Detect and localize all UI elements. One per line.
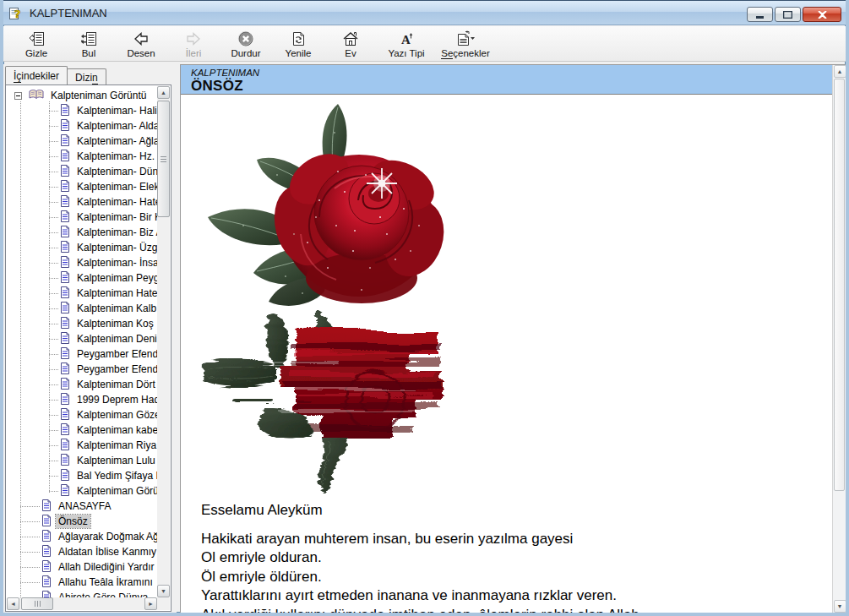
tree-item[interactable]: Kalpteniman Hate <box>7 286 157 301</box>
collapse-minus-icon[interactable] <box>14 92 22 100</box>
tree-item[interactable]: ANASAYFA <box>7 499 157 514</box>
tree-item[interactable]: Kalpteniman Deni <box>7 331 157 346</box>
page-icon <box>60 286 70 301</box>
tree-item[interactable]: Kalpteniman Görüntü <box>7 88 157 103</box>
tree-item[interactable]: Peygamber Efend <box>7 346 157 362</box>
tree-item[interactable]: Kalpteniman- Ağla <box>7 134 157 149</box>
tree-item[interactable]: Kalpteniman- İnsa <box>7 255 157 270</box>
tree-item[interactable]: Kalpteniman- Biz A <box>7 225 157 240</box>
hide-panel-button[interactable]: Gizle <box>10 26 63 61</box>
maximize-button[interactable] <box>775 7 801 22</box>
page-icon <box>60 195 70 210</box>
tree-item[interactable]: Önsöz <box>7 514 157 529</box>
tree-item[interactable]: Allahu Teâla İkramını <box>7 575 157 590</box>
refresh-icon <box>289 30 307 47</box>
tree-item[interactable]: Kalpteniman- Elek <box>7 179 157 194</box>
tree-item[interactable]: Kalpteniman kabe <box>7 422 157 438</box>
paragraph: Öl emriyle öldüren. <box>201 568 820 587</box>
locate-icon <box>79 30 98 47</box>
font-icon: A <box>397 30 416 47</box>
page-icon <box>41 515 52 529</box>
tree-item-label: Kalpteniman- Üzg <box>74 241 157 254</box>
tree-item[interactable]: Kalpteniman Riya <box>7 438 157 453</box>
tree-item-label: Kalpteniman Dört <box>74 378 157 391</box>
tree-item[interactable]: Kalpteniman Peyg <box>7 270 157 286</box>
tree-item[interactable]: Kalpteniman Dört <box>7 377 157 392</box>
minimize-button[interactable] <box>747 7 773 22</box>
page-icon <box>60 165 70 179</box>
tree-item[interactable]: Bal Yedim Şifaya K <box>7 468 157 483</box>
book-title: KALPTENIMAN <box>191 68 832 78</box>
tree-item[interactable]: Kalpteniman- Hate <box>7 194 157 210</box>
tree-item-label: Bal Yedim Şifaya K <box>74 469 157 482</box>
tree-item-label: Peygamber Efend <box>74 347 157 361</box>
tree-item[interactable]: Kalpteniman- Alda <box>7 118 157 134</box>
tree-item[interactable]: Peygamber Efend <box>7 362 157 377</box>
scroll-up-button[interactable]: ▲ <box>834 65 846 78</box>
tree-item[interactable]: Kalpteniman Görü <box>7 483 157 499</box>
tree-item-label: Kalpteniman Kalb <box>74 302 157 315</box>
scrollbar-thumb[interactable] <box>157 101 170 217</box>
tree-item[interactable]: Kalpteniman Kalb <box>7 301 157 316</box>
scrollbar-thumb[interactable] <box>834 79 845 491</box>
scroll-down-button[interactable]: ▼ <box>157 585 170 597</box>
tree-vertical-scrollbar[interactable]: ▲ ▼ <box>157 86 170 597</box>
scrollbar-thumb[interactable] <box>21 597 53 610</box>
page-icon <box>60 226 70 240</box>
tree-item-label: Kalpteniman- Bir K <box>74 210 157 224</box>
home-button[interactable]: Ev <box>324 26 377 61</box>
tree-item[interactable]: Ağlayarak Doğmak Ağ <box>7 529 157 544</box>
locate-label: Bul <box>82 48 96 58</box>
page-icon <box>60 332 70 346</box>
page-icon <box>60 210 70 225</box>
page-icon <box>60 393 70 407</box>
page-icon <box>41 560 52 575</box>
scroll-right-button[interactable]: ► <box>144 597 157 610</box>
tree-item-label: Peygamber Efend <box>74 363 157 376</box>
tab-index[interactable]: Dizin <box>67 68 106 84</box>
tree-item[interactable]: Kalpteniman Lulu <box>7 453 157 468</box>
page-icon <box>41 530 52 544</box>
tree-item-label: Kalpteniman- Hali <box>74 104 157 117</box>
scroll-left-button[interactable]: ◄ <box>7 597 19 610</box>
tree-item[interactable]: Kalpteniman Koş <box>7 316 157 331</box>
locate-button[interactable]: Bul <box>63 26 115 61</box>
navigation-tabs: İçindekiler Dizin <box>5 66 106 84</box>
tree-item[interactable]: Kalpteniman- Üzg <box>7 240 157 255</box>
title-bar[interactable]: ? KALPTENIMAN <box>0 0 849 25</box>
scroll-down-button[interactable]: ▼ <box>834 600 846 613</box>
tree-item[interactable]: Kalpteniman- Hz. <box>7 149 157 164</box>
page-icon <box>60 469 70 483</box>
paragraph-list: Hakikati arayan muhterem insan, bu eseri… <box>201 530 820 613</box>
hide-panel-label: Gizle <box>25 48 47 58</box>
tree-item-label: 1999 Deprem Had <box>74 393 157 406</box>
page-icon <box>60 378 70 392</box>
page-icon <box>60 119 70 134</box>
tree-item-label: Kalpteniman- Biz A <box>74 226 157 239</box>
tree-horizontal-scrollbar[interactable]: ◄ ► <box>7 597 157 610</box>
tree-item[interactable]: 1999 Deprem Had <box>7 392 157 407</box>
close-button[interactable] <box>803 7 841 22</box>
options-button[interactable]: Seçenekler <box>436 26 495 61</box>
tree-item[interactable]: Ahirete Göre Dünya <box>7 590 157 597</box>
tree-item[interactable]: Kalpteniman- Hali <box>7 103 157 118</box>
tree-item-label: Ağlayarak Doğmak Ağ <box>56 530 157 543</box>
forward-button[interactable]: İleri <box>167 26 220 61</box>
tree-item[interactable]: Aldatan İblise Kanmıy <box>7 544 157 559</box>
paragraph: Hakikati arayan muhterem insan, bu eseri… <box>201 530 820 549</box>
content-vertical-scrollbar[interactable]: ▲ ▼ <box>832 65 846 613</box>
tree-item[interactable]: Kalpteniman Göze <box>7 407 157 422</box>
tab-contents[interactable]: İçindekiler <box>5 66 68 84</box>
font-button[interactable]: A Yazı Tipi <box>377 26 436 61</box>
tree-item[interactable]: Kalpteniman- Dün <box>7 164 157 179</box>
forward-label: İleri <box>186 48 202 58</box>
scroll-up-button[interactable]: ▲ <box>157 86 170 99</box>
page-icon <box>60 439 70 453</box>
tree-item-label: Önsöz <box>56 515 90 528</box>
back-button[interactable]: Desen <box>115 26 167 61</box>
stop-button[interactable]: Durdur <box>220 26 272 61</box>
tree-item[interactable]: Allah Dilediğini Yardır <box>7 559 157 575</box>
tree-item[interactable]: Kalpteniman- Bir K <box>7 210 157 225</box>
refresh-button[interactable]: Yenile <box>272 26 324 61</box>
page-icon <box>60 423 70 438</box>
